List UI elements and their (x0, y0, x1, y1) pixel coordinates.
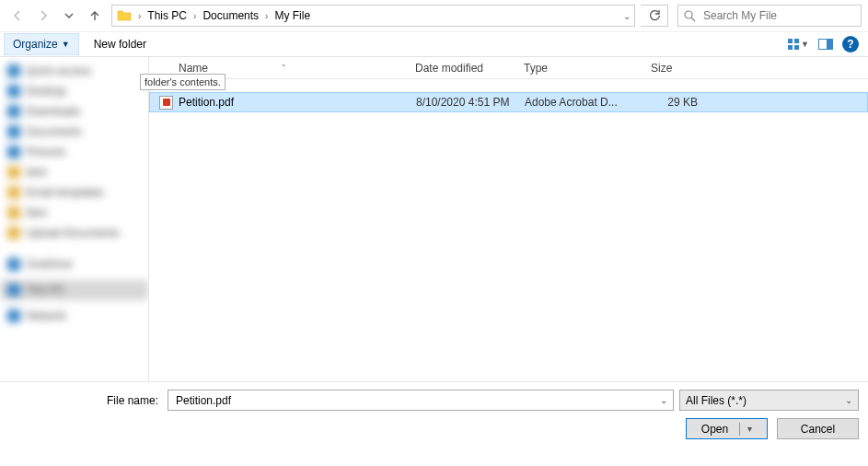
breadcrumb-documents[interactable]: Documents (198, 7, 263, 24)
filename-combobox[interactable]: ⌄ (168, 390, 674, 411)
svg-point-0 (685, 11, 692, 18)
chevron-down-icon: ▾ (744, 424, 752, 434)
organize-label: Organize (13, 38, 58, 51)
file-name: Petition.pdf (179, 96, 234, 109)
file-list-pane: Name ˄ Date modified Type Size folder's … (149, 57, 868, 381)
file-row[interactable]: Petition.pdf 8/10/2020 4:51 PM Adobe Acr… (149, 92, 868, 112)
tooltip: folder's contents. (140, 74, 226, 90)
sort-ascending-icon: ˄ (282, 64, 286, 73)
column-header-size[interactable]: Size (643, 58, 704, 78)
svg-line-1 (691, 17, 695, 21)
address-bar: › This PC › Documents › My File ⌄ (0, 0, 868, 31)
chevron-down-icon: ⌄ (841, 395, 852, 405)
chevron-down-icon: ▼ (801, 40, 809, 49)
filename-label: File name: (9, 394, 162, 407)
view-options-button[interactable]: ▼ (788, 39, 809, 50)
pdf-icon (159, 96, 173, 110)
search-box[interactable] (677, 5, 862, 27)
search-input[interactable] (701, 8, 855, 23)
chevron-down-icon[interactable]: ⌄ (656, 395, 667, 405)
open-button[interactable]: Open ▾ (686, 418, 768, 439)
column-headers: Name ˄ Date modified Type Size (149, 57, 868, 79)
new-folder-button[interactable]: New folder (85, 33, 156, 55)
cancel-button[interactable]: Cancel (777, 418, 859, 439)
filename-input[interactable] (174, 393, 656, 408)
view-grid-icon (788, 39, 799, 50)
chevron-right-icon: › (263, 11, 270, 21)
file-type: Adobe Acrobat D... (517, 94, 644, 111)
filetype-filter-label: All Files (*.*) (686, 394, 746, 407)
preview-pane-toggle[interactable] (818, 39, 833, 50)
dialog-footer: File name: ⌄ All Files (*.*) ⌄ Open ▾ Ca… (0, 381, 868, 458)
toolbar: Organize ▼ New folder ▼ ? (0, 31, 868, 57)
chevron-down-icon[interactable]: ⌄ (621, 11, 632, 21)
file-date: 8/10/2020 4:51 PM (409, 94, 517, 111)
new-folder-label: New folder (94, 38, 146, 51)
forward-button[interactable] (32, 5, 54, 27)
back-button[interactable] (6, 5, 29, 27)
organize-button[interactable]: Organize ▼ (4, 33, 79, 55)
recent-locations-dropdown[interactable] (58, 5, 80, 27)
refresh-button[interactable] (641, 5, 668, 27)
column-header-date[interactable]: Date modified (408, 58, 516, 78)
chevron-right-icon: › (136, 11, 143, 21)
search-icon (684, 10, 696, 22)
file-size: 29 KB (644, 94, 705, 111)
folder-icon (116, 7, 133, 24)
chevron-right-icon: › (191, 11, 198, 21)
filetype-filter-combobox[interactable]: All Files (*.*) ⌄ (679, 390, 859, 411)
column-header-type[interactable]: Type (516, 58, 643, 78)
up-button[interactable] (84, 5, 106, 27)
chevron-down-icon: ▼ (62, 40, 70, 49)
breadcrumb-this-pc[interactable]: This PC (143, 7, 191, 24)
breadcrumb-myfile[interactable]: My File (270, 7, 315, 24)
help-button[interactable]: ? (842, 36, 859, 52)
breadcrumb-bar[interactable]: › This PC › Documents › My File ⌄ (111, 5, 635, 27)
navigation-pane[interactable]: Quick access Desktop Downloads Documents… (0, 57, 149, 381)
